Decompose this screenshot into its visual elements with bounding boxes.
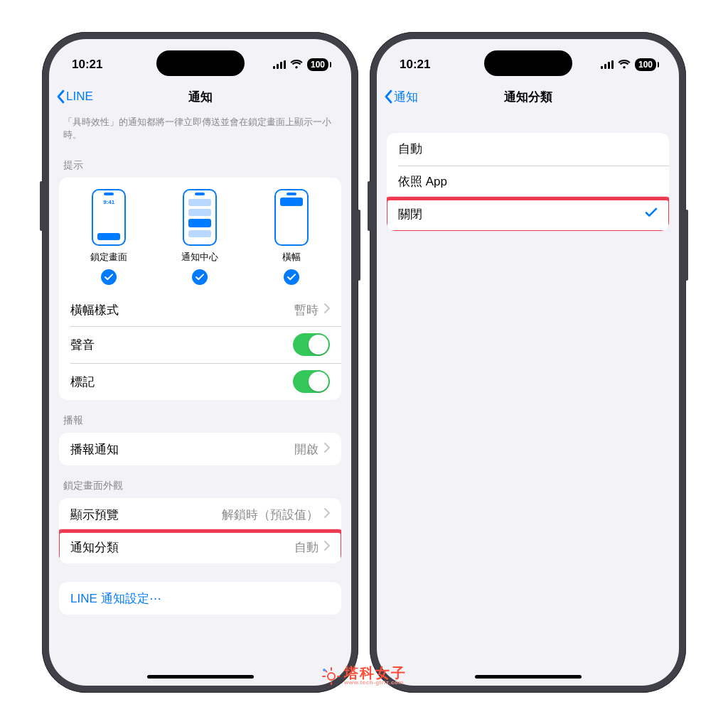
chevron-left-icon [384, 90, 392, 104]
preview-value: 解鎖時（預設值） [222, 507, 318, 523]
alert-banner[interactable]: 橫幅 [246, 189, 336, 289]
banner-preview-icon [274, 189, 309, 246]
alert-center-label: 通知中心 [181, 252, 218, 264]
chevron-left-icon [56, 90, 65, 104]
badge-label: 標記 [70, 374, 95, 390]
option-auto-label: 自動 [398, 141, 422, 157]
row-banner-style[interactable]: 橫幅樣式 暫時 [59, 293, 341, 326]
preview-label: 顯示預覽 [70, 507, 119, 523]
cellular-icon [601, 60, 614, 69]
checkmark-icon [284, 269, 299, 285]
checkmark-icon [101, 269, 117, 285]
card-grouping-options: 自動 依照 App 關閉 [387, 133, 669, 231]
sound-toggle[interactable] [293, 333, 330, 356]
section-header-alerts: 提示 [49, 149, 351, 178]
row-show-preview[interactable]: 顯示預覽 解鎖時（預設值） [59, 498, 341, 531]
phone-left: 10:21 100 LINE 通 [42, 32, 358, 693]
banner-style-value: 暫時 [294, 302, 318, 318]
watermark-logo: 塔科女子 www.tech-girlz.com [321, 666, 407, 686]
nav-bar: 通知 通知分類 [377, 80, 679, 114]
card-announce: 播報通知 開啟 [59, 433, 341, 465]
chevron-right-icon [324, 442, 330, 456]
banner-style-label: 橫幅樣式 [70, 302, 119, 318]
dynamic-island [484, 50, 572, 76]
back-label: 通知 [394, 89, 418, 105]
dynamic-island [156, 50, 245, 76]
section-header-lock-appearance: 鎖定畫面外觀 [49, 470, 351, 498]
battery-icon: 100 [307, 58, 328, 71]
status-time: 10:21 [400, 58, 430, 72]
nav-bar: LINE 通知 [49, 80, 351, 114]
svg-rect-3 [284, 60, 286, 69]
battery-icon: 100 [635, 58, 656, 71]
option-by-app-label: 依照 App [398, 173, 447, 190]
svg-rect-2 [280, 62, 282, 69]
svg-rect-7 [611, 60, 614, 69]
checkmark-icon [645, 207, 658, 222]
phone-right: 10:21 100 通知 通知分 [370, 32, 686, 693]
alert-lock-label: 鎖定畫面 [90, 252, 127, 264]
watermark-title: 塔科女子 [344, 666, 407, 680]
time-sensitive-note: 「具時效性」的通知都將一律立即傳送並會在鎖定畫面上顯示一小時。 [49, 114, 351, 150]
grouping-label: 通知分類 [70, 539, 119, 556]
card-lock-appearance: 顯示預覽 解鎖時（預設值） 通知分類 自動 [59, 498, 341, 563]
line-settings-label: LINE 通知設定⋯ [70, 590, 161, 607]
home-indicator[interactable] [475, 675, 582, 679]
announce-value: 開啟 [294, 441, 318, 458]
svg-rect-5 [604, 64, 606, 69]
row-notification-grouping[interactable]: 通知分類 自動 [59, 531, 341, 563]
row-announce[interactable]: 播報通知 開啟 [59, 433, 341, 465]
sound-label: 聲音 [70, 337, 95, 353]
sun-icon [321, 666, 340, 685]
home-indicator[interactable] [147, 675, 254, 679]
card-alerts: 9:41 鎖定畫面 [59, 178, 341, 400]
chevron-right-icon [324, 303, 330, 317]
svg-rect-6 [608, 62, 610, 69]
announce-label: 播報通知 [70, 441, 119, 458]
row-line-notification-settings[interactable]: LINE 通知設定⋯ [59, 582, 341, 615]
page-title: 通知分類 [504, 89, 552, 105]
back-button[interactable]: LINE [56, 90, 93, 104]
svg-point-14 [323, 669, 326, 671]
checkmark-icon [192, 269, 208, 285]
wifi-icon [290, 60, 303, 69]
status-time: 10:21 [72, 58, 102, 72]
chevron-right-icon [324, 507, 330, 522]
badge-toggle[interactable] [293, 370, 330, 393]
page-title: 通知 [188, 89, 213, 105]
wifi-icon [618, 60, 631, 69]
row-sound[interactable]: 聲音 [59, 326, 341, 363]
back-label: LINE [66, 90, 93, 104]
lock-screen-preview-icon: 9:41 [92, 189, 126, 246]
back-button[interactable]: 通知 [384, 89, 418, 105]
svg-rect-0 [273, 66, 275, 69]
row-option-off[interactable]: 關閉 [387, 198, 669, 231]
row-option-by-app[interactable]: 依照 App [387, 166, 669, 198]
row-badge[interactable]: 標記 [59, 363, 341, 400]
cellular-icon [273, 60, 286, 69]
watermark-url: www.tech-girlz.com [344, 680, 407, 686]
notification-center-preview-icon [183, 189, 217, 246]
alert-lock-screen[interactable]: 9:41 鎖定畫面 [64, 189, 154, 289]
svg-rect-4 [601, 66, 603, 69]
svg-rect-1 [277, 64, 279, 69]
alert-banner-label: 橫幅 [282, 252, 301, 264]
section-header-announce: 播報 [49, 404, 351, 433]
grouping-value: 自動 [294, 539, 318, 556]
card-line-settings: LINE 通知設定⋯ [59, 582, 341, 615]
alert-notification-center[interactable]: 通知中心 [155, 189, 245, 289]
option-off-label: 關閉 [398, 206, 422, 222]
svg-point-8 [328, 673, 335, 680]
row-option-auto[interactable]: 自動 [387, 133, 669, 166]
chevron-right-icon [324, 540, 330, 554]
